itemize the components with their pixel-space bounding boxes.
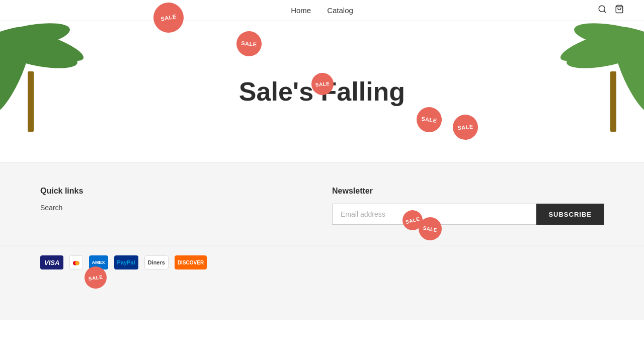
svg-rect-18 [610, 71, 616, 132]
nav-catalog[interactable]: Catalog [327, 6, 353, 15]
svg-line-1 [604, 11, 605, 12]
palm-right [538, 21, 644, 132]
cart-icon[interactable] [615, 5, 624, 16]
search-link[interactable]: Search [40, 204, 312, 212]
newsletter-section: Newsletter SUBSCRIBE [332, 187, 604, 225]
main-nav: Home Catalog [291, 6, 353, 15]
footer-grid: Quick links Search Newsletter SUBSCRIBE [40, 187, 604, 225]
search-icon[interactable] [598, 5, 607, 16]
quick-links-title: Quick links [40, 187, 312, 196]
page-wrapper: SALE SALE SALE SALE SALE SALE SALE SALE … [0, 0, 644, 320]
footer-main: Quick links Search Newsletter SUBSCRIBE [0, 162, 644, 245]
mastercard-icon: ●● [69, 255, 83, 269]
diners-icon: Diners [144, 255, 169, 269]
header-icons [598, 5, 624, 16]
subscribe-button[interactable]: SUBSCRIBE [536, 204, 604, 225]
palm-left [0, 21, 106, 132]
visa-icon: VISA [40, 255, 63, 269]
header: Home Catalog [0, 0, 644, 21]
nav-home[interactable]: Home [291, 6, 311, 15]
svg-rect-10 [28, 71, 34, 132]
newsletter-form: SUBSCRIBE [332, 204, 604, 225]
quick-links-section: Quick links Search [40, 187, 312, 225]
paypal-icon: PayPal [114, 255, 138, 269]
newsletter-title: Newsletter [332, 187, 604, 196]
discover-icon: DISCOVER [175, 255, 207, 269]
